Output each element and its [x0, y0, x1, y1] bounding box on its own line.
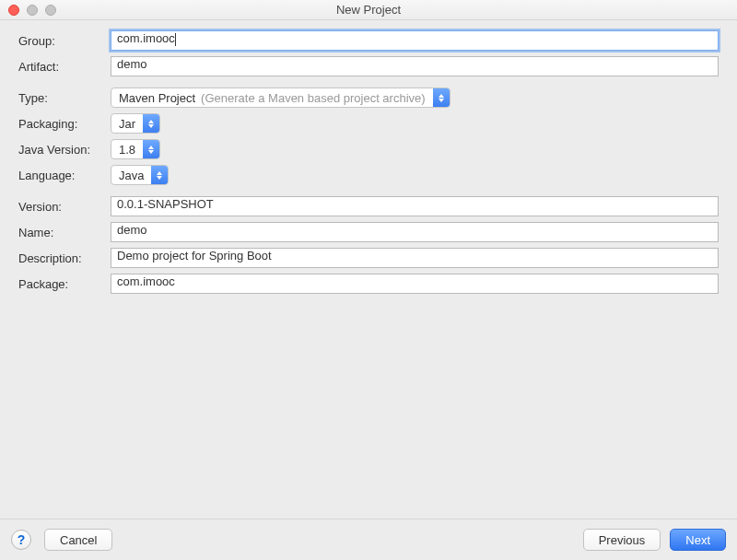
row-description: Description: Demo project for Spring Boo…	[18, 247, 719, 269]
window-controls	[8, 5, 56, 16]
updown-icon	[143, 114, 159, 133]
label-java-version: Java Version:	[18, 143, 111, 157]
updown-icon	[433, 88, 450, 107]
input-description[interactable]: Demo project for Spring Boot	[111, 248, 719, 268]
updown-icon	[151, 166, 168, 184]
cancel-button[interactable]: Cancel	[44, 529, 112, 551]
input-group-value: com.imooc	[117, 31, 175, 45]
row-type: Type: Maven Project (Generate a Maven ba…	[18, 87, 719, 109]
label-packaging: Packaging:	[18, 117, 111, 131]
row-java-version: Java Version: 1.8	[18, 138, 719, 160]
select-packaging[interactable]: Jar	[111, 113, 160, 134]
label-description: Description:	[18, 251, 111, 265]
input-artifact-value: demo	[117, 57, 147, 71]
label-name: Name:	[18, 226, 111, 239]
row-language: Language: Java	[18, 164, 719, 186]
help-icon: ?	[18, 532, 26, 547]
input-name[interactable]: demo	[111, 222, 719, 242]
select-type-text: Maven Project (Generate a Maven based pr…	[111, 88, 433, 107]
input-version[interactable]: 0.0.1-SNAPSHOT	[111, 196, 719, 216]
input-name-value: demo	[117, 223, 147, 237]
row-name: Name: demo	[18, 221, 719, 243]
label-package: Package:	[18, 277, 111, 291]
select-java-version[interactable]: 1.8	[111, 139, 160, 159]
select-language-text: Java	[111, 166, 151, 184]
text-cursor	[175, 33, 176, 46]
row-packaging: Packaging: Jar	[18, 112, 719, 134]
select-java-version-text: 1.8	[111, 140, 143, 158]
select-type-hint: (Generate a Maven based project archive)	[201, 91, 426, 105]
select-packaging-text: Jar	[111, 114, 143, 133]
label-language: Language:	[18, 169, 111, 182]
input-package-value: com.imooc	[117, 274, 175, 288]
row-package: Package: com.imooc	[18, 273, 719, 295]
select-language[interactable]: Java	[111, 165, 169, 185]
input-package[interactable]: com.imooc	[111, 274, 719, 294]
label-artifact: Artifact:	[18, 60, 111, 74]
row-group: Group: com.imooc	[18, 29, 719, 52]
label-group: Group:	[18, 34, 111, 48]
previous-button[interactable]: Previous	[583, 529, 661, 551]
project-form: Group: com.imooc Artifact: demo Type: Ma…	[0, 20, 737, 295]
close-window-button[interactable]	[8, 5, 19, 16]
next-button[interactable]: Next	[670, 529, 726, 551]
row-artifact: Artifact: demo	[18, 55, 719, 77]
input-description-value: Demo project for Spring Boot	[117, 249, 272, 262]
label-version: Version:	[18, 200, 111, 214]
maximize-window-button[interactable]	[45, 5, 56, 16]
row-version: Version: 0.0.1-SNAPSHOT	[18, 195, 719, 217]
input-artifact[interactable]: demo	[111, 56, 719, 76]
select-type[interactable]: Maven Project (Generate a Maven based pr…	[111, 88, 450, 108]
help-button[interactable]: ?	[11, 530, 31, 550]
window-title: New Project	[336, 3, 401, 17]
titlebar: New Project	[0, 0, 737, 20]
updown-icon	[143, 140, 159, 158]
label-type: Type:	[18, 91, 111, 105]
dialog-footer: ? Cancel Previous Next	[0, 519, 737, 560]
minimize-window-button[interactable]	[27, 5, 38, 16]
input-group[interactable]: com.imooc	[111, 30, 719, 51]
input-version-value: 0.0.1-SNAPSHOT	[117, 197, 214, 211]
